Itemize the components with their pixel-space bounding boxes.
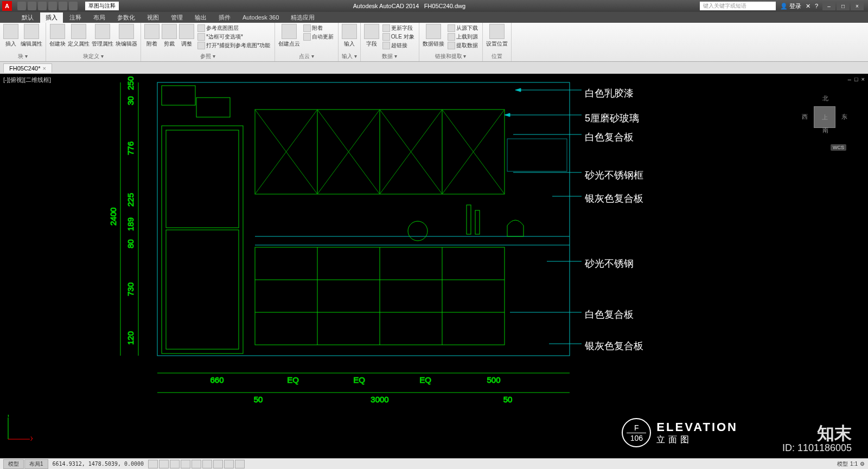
model-space-button[interactable]: 模型	[837, 460, 848, 468]
hyperlink-button[interactable]: 超链接	[381, 41, 416, 50]
ortho-toggle[interactable]	[170, 460, 180, 468]
annotation-label: 5厘磨砂玻璃	[585, 112, 639, 125]
update-fields-button[interactable]: 更新字段	[381, 24, 416, 33]
panel-label: 块 ▾	[3, 52, 42, 60]
extract-data-button[interactable]: 提取数据	[446, 41, 479, 50]
model-tab[interactable]: 模型	[3, 459, 24, 469]
svg-rect-12	[162, 126, 243, 354]
app-logo[interactable]: A	[2, 1, 12, 11]
scale-display[interactable]: 1:1	[850, 461, 858, 467]
tab-parametric[interactable]: 参数化	[112, 12, 141, 23]
status-toggles	[148, 460, 245, 468]
annotation-label: 银灰色复合板	[585, 339, 643, 352]
svg-text:730: 730	[126, 282, 135, 296]
ucs-icon: Y X	[5, 415, 33, 442]
svg-rect-13	[166, 130, 239, 228]
block-editor-button[interactable]: 块编辑器	[116, 24, 137, 48]
snap-underlay-button[interactable]: 打开*捕捉到参考底图*功能	[196, 41, 271, 50]
tab-plugins[interactable]: 插件	[213, 12, 236, 23]
panel-label: 输入 ▾	[342, 52, 357, 60]
maximize-button[interactable]: □	[837, 2, 850, 10]
create-pointcloud-button[interactable]: 创建点云	[278, 24, 300, 48]
elevation-tag: F106 ELEVATION 立面图	[622, 418, 738, 447]
drawing-canvas[interactable]: [-][俯视][二维线框] – □ × 北 西 上 东 南 WCS 250 30…	[0, 74, 868, 458]
grid-toggle[interactable]	[159, 460, 169, 468]
qat-save-icon[interactable]	[38, 2, 47, 10]
download-source-button[interactable]: 从源下载	[446, 24, 479, 33]
insert-block-button[interactable]: 插入	[3, 24, 18, 48]
svg-text:80: 80	[126, 239, 135, 248]
tab-a360[interactable]: Autodesk 360	[237, 13, 284, 22]
svg-marker-40	[515, 88, 521, 92]
help-icon[interactable]: ?	[815, 3, 818, 9]
tab-insert[interactable]: 插入	[40, 12, 63, 23]
edit-attr-button[interactable]: 编辑属性	[21, 24, 42, 48]
dyn-toggle[interactable]	[213, 460, 223, 468]
annotation-label: 砂光不锈钢	[585, 257, 634, 270]
tab-default[interactable]: 默认	[16, 12, 39, 23]
file-tabs: FH05C240* ×	[0, 62, 868, 74]
close-button[interactable]: ×	[851, 2, 864, 10]
elevation-circle: F106	[622, 418, 651, 447]
snap-toggle[interactable]	[148, 460, 158, 468]
field-button[interactable]: 字段	[364, 24, 379, 48]
qat-undo-icon[interactable]	[48, 2, 57, 10]
annotation-label: 白色复合板	[585, 308, 634, 321]
title-text: Autodesk AutoCAD 2014 FH05C240.dwg	[119, 3, 700, 9]
tab-output[interactable]: 输出	[189, 12, 212, 23]
svg-text:30: 30	[126, 96, 135, 105]
workspace-switcher[interactable]: 草图与注释	[85, 2, 119, 10]
qat-open-icon[interactable]	[28, 2, 36, 10]
polar-toggle[interactable]	[181, 460, 190, 468]
title-bar: A 草图与注释 Autodesk AutoCAD 2014 FH05C240.d…	[0, 0, 868, 12]
panel-label: 参照 ▾	[144, 52, 271, 60]
panel-block: 插入 编辑属性 块 ▾	[0, 23, 46, 61]
panel-label: 数据 ▾	[364, 52, 416, 60]
svg-text:225: 225	[126, 193, 135, 207]
lwt-toggle[interactable]	[224, 460, 234, 468]
tab-annotate[interactable]: 注释	[64, 12, 87, 23]
qat-print-icon[interactable]	[69, 2, 78, 10]
attach-pc-button[interactable]: 附着	[302, 24, 335, 33]
settings-icon[interactable]: ⚙	[860, 461, 865, 467]
ribbon-tabs: 默认 插入 注释 布局 参数化 视图 管理 输出 插件 Autodesk 360…	[0, 12, 868, 23]
close-tab-icon[interactable]: ×	[42, 65, 46, 72]
underlay-layers-button[interactable]: 参考底图图层	[196, 24, 271, 33]
svg-text:X: X	[30, 436, 33, 442]
define-attr-button[interactable]: 定义属性	[68, 24, 90, 48]
qat-new-icon[interactable]	[17, 2, 26, 10]
upload-source-button[interactable]: 上载到源	[446, 33, 479, 41]
exchange-icon[interactable]: ✕	[806, 3, 810, 10]
quick-access-toolbar	[14, 2, 81, 10]
minimize-button[interactable]: –	[822, 2, 835, 10]
tab-view[interactable]: 视图	[142, 12, 164, 23]
panel-blockdef: 创建块 定义属性 管理属性 块编辑器 块定义 ▾	[46, 23, 141, 61]
otrack-toggle[interactable]	[202, 460, 212, 468]
help-search-input[interactable]: 键入关键字或短语	[700, 2, 776, 10]
manage-attr-button[interactable]: 管理属性	[92, 24, 113, 48]
frames-option-button[interactable]: *边框可变选项*	[196, 33, 271, 41]
qp-toggle[interactable]	[235, 460, 245, 468]
set-location-button[interactable]: 设置位置	[486, 24, 508, 48]
tab-layout[interactable]: 布局	[88, 12, 111, 23]
qat-redo-icon[interactable]	[59, 2, 67, 10]
file-tab[interactable]: FH05C240* ×	[3, 63, 52, 73]
osnap-toggle[interactable]	[192, 460, 201, 468]
adjust-button[interactable]: 调整	[179, 24, 194, 48]
autoupdate-button[interactable]: 自动更新	[302, 33, 335, 41]
ole-object-button[interactable]: OLE 对象	[381, 33, 416, 41]
svg-text:EQ: EQ	[419, 375, 431, 384]
layout-tab[interactable]: 布局1	[24, 459, 48, 469]
attach-button[interactable]: 附着	[144, 24, 159, 48]
annotation-label: 砂光不锈钢框	[585, 169, 643, 182]
signin-button[interactable]: 👤 登录	[780, 2, 801, 10]
svg-text:EQ: EQ	[287, 375, 299, 384]
create-block-button[interactable]: 创建块	[49, 24, 66, 48]
svg-marker-42	[505, 113, 510, 117]
clip-button[interactable]: 剪裁	[162, 24, 177, 48]
tab-manage[interactable]: 管理	[165, 12, 188, 23]
import-button[interactable]: 输入	[342, 24, 357, 48]
datalink-button[interactable]: 数据链接	[423, 24, 444, 48]
tab-featured[interactable]: 精选应用	[285, 12, 320, 23]
annotation-label: 银灰色复合板	[585, 192, 643, 205]
